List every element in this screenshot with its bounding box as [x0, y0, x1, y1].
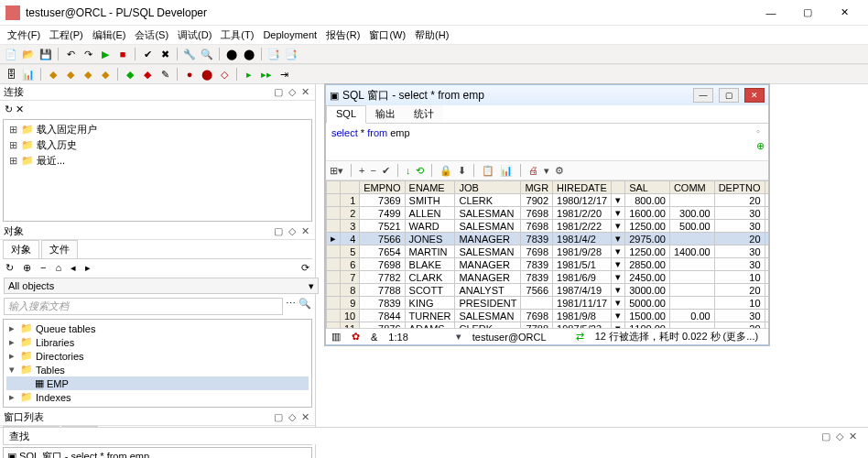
grid-cell[interactable]: 1981/2/20: [553, 207, 612, 220]
tool-icon[interactable]: 📑: [284, 47, 298, 61]
table-row[interactable]: 97839KINGPRESIDENT1981/11/17▾5000.0010: [327, 297, 769, 310]
chart-icon[interactable]: 📊: [500, 165, 513, 177]
dropdown-icon[interactable]: ▾: [544, 165, 549, 177]
grid-cell[interactable]: BLAKE: [405, 258, 455, 271]
grid-cell[interactable]: 1981/9/28: [553, 245, 612, 258]
panel-pin-icon[interactable]: ◇: [286, 225, 298, 237]
grid-cell[interactable]: 1981/11/17: [553, 297, 612, 310]
grid-cell[interactable]: 5000.00: [625, 297, 670, 310]
grid-cell[interactable]: 3000.00: [625, 284, 670, 297]
tool-icon[interactable]: ◆: [63, 67, 78, 82]
grid-cell[interactable]: [765, 220, 768, 233]
grid-header[interactable]: [341, 181, 360, 194]
grid-cell[interactable]: 7566: [521, 284, 553, 297]
grid-cell[interactable]: 7698: [521, 220, 553, 233]
grid-cell[interactable]: SCOTT: [405, 284, 455, 297]
grid-cell[interactable]: 0.00: [669, 310, 714, 322]
menu-item[interactable]: 会话(S): [131, 27, 172, 43]
search-icon[interactable]: 🔍: [298, 298, 311, 315]
child-close-button[interactable]: ✕: [744, 88, 765, 103]
stop-icon[interactable]: ■: [115, 47, 130, 61]
grid-header[interactable]: COMM: [669, 181, 714, 194]
grid-cell[interactable]: 300.00: [669, 207, 714, 220]
result-grid[interactable]: EMPNOENAMEJOBMGRHIREDATESALCOMMDEPTNO173…: [326, 180, 768, 328]
row-number[interactable]: 4: [341, 233, 360, 245]
grid-cell[interactable]: 7698: [521, 310, 553, 322]
grid-cell[interactable]: 2450.00: [625, 271, 670, 284]
tool-icon[interactable]: ▸: [242, 67, 256, 82]
objects-filter-select[interactable]: All objects ▾: [4, 278, 319, 294]
grid-cell[interactable]: 7839: [521, 233, 553, 245]
tree-twisty-icon[interactable]: ⊞: [7, 155, 18, 167]
panel-close-icon[interactable]: ✕: [299, 225, 311, 237]
grid-cell[interactable]: 1987/4/19: [553, 284, 612, 297]
grid-cell[interactable]: 1981/6/9: [553, 271, 612, 284]
grid-cell[interactable]: 2975.00: [625, 233, 670, 245]
grid-cell[interactable]: CLARK: [405, 271, 455, 284]
menu-item[interactable]: 帮助(H): [411, 27, 452, 43]
menu-item[interactable]: Deployment: [259, 28, 320, 41]
post-icon[interactable]: ✔: [382, 165, 390, 177]
grid-cell[interactable]: 7369: [360, 194, 405, 207]
grid-cell[interactable]: 30: [714, 258, 765, 271]
grid-cell[interactable]: [669, 297, 714, 310]
grid-cell[interactable]: 7788: [360, 284, 405, 297]
child-minimize-button[interactable]: —: [693, 88, 713, 103]
tree-twisty-icon[interactable]: ⊞: [7, 124, 18, 136]
tree-row[interactable]: ⊞📁载入历史: [7, 137, 308, 153]
grid-cell[interactable]: SALESMAN: [455, 220, 521, 233]
grid-cell[interactable]: 1981/2/22: [553, 220, 612, 233]
tool-icon[interactable]: ✎: [157, 67, 172, 82]
grid-cell[interactable]: MARTIN: [405, 245, 455, 258]
rollback-icon[interactable]: ✖: [157, 47, 172, 61]
grid-cell[interactable]: 2850.00: [625, 258, 670, 271]
grid-cell[interactable]: ▾: [612, 220, 625, 233]
grid-header[interactable]: [612, 181, 625, 194]
obj-toolbar-button[interactable]: ↻: [5, 262, 14, 274]
tree-twisty-icon[interactable]: ▸: [6, 391, 17, 403]
tool-icon[interactable]: ◆: [46, 67, 60, 82]
add-icon[interactable]: ⊕: [756, 140, 765, 152]
grid-cell[interactable]: [765, 271, 768, 284]
grid-cell[interactable]: ▾: [612, 245, 625, 258]
grid-header[interactable]: HIREDATE: [553, 181, 612, 194]
grid-cell[interactable]: CLERK: [455, 194, 521, 207]
undo-icon[interactable]: ↶: [63, 47, 78, 61]
tab-objects[interactable]: 对象: [3, 240, 39, 258]
tree-row[interactable]: ▸📁Queue tables: [6, 322, 309, 335]
tool-icon[interactable]: ▸▸: [259, 67, 274, 82]
tree-row[interactable]: ⊞📁载入固定用户: [7, 122, 308, 137]
tree-twisty-icon[interactable]: ▾: [6, 364, 17, 376]
child-maximize-button[interactable]: ▢: [719, 88, 739, 103]
table-row[interactable]: 27499ALLENSALESMAN76981981/2/20▾1600.003…: [327, 207, 769, 220]
grid-cell[interactable]: 7839: [521, 258, 553, 271]
grid-cell[interactable]: 7654: [360, 245, 405, 258]
panel-close-icon[interactable]: ✕: [299, 411, 311, 423]
grid-cell[interactable]: 20: [714, 284, 765, 297]
objects-tree[interactable]: ▸📁Queue tables▸📁Libraries▸📁Directories▾📁…: [3, 319, 312, 408]
grid-cell[interactable]: ▾: [612, 310, 625, 322]
row-number[interactable]: 6: [341, 258, 360, 271]
grid-cell[interactable]: 30: [714, 245, 765, 258]
obj-toolbar-button[interactable]: ▸: [85, 262, 91, 274]
grid-cell[interactable]: 10: [714, 297, 765, 310]
menu-item[interactable]: 工具(T): [217, 27, 257, 43]
export-icon[interactable]: 📋: [482, 165, 494, 177]
grid-cell[interactable]: ▾: [612, 297, 625, 310]
grid-header[interactable]: SAL: [625, 181, 670, 194]
grid-cell[interactable]: 1981/4/2: [553, 233, 612, 245]
grid-cell[interactable]: ▾: [612, 233, 625, 245]
panel-close-icon[interactable]: ✕: [847, 431, 859, 442]
grid-cell[interactable]: KING: [405, 297, 455, 310]
objects-tabs[interactable]: 对象 文件: [3, 240, 312, 259]
grid-cell[interactable]: [669, 258, 714, 271]
table-row[interactable]: ▸47566JONESMANAGER78391981/4/2▾2975.0020: [327, 233, 769, 245]
commit-icon[interactable]: ✔: [140, 47, 155, 61]
obj-toolbar-button[interactable]: ⊕: [23, 262, 31, 274]
table-row[interactable]: 17369SMITHCLERK79021980/12/17▾800.0020: [327, 194, 769, 207]
grid-cell[interactable]: [669, 194, 714, 207]
grid-cell[interactable]: MANAGER: [455, 271, 521, 284]
grid-cell[interactable]: ▾: [612, 258, 625, 271]
tab-stats[interactable]: 统计: [405, 105, 443, 123]
tree-twisty-icon[interactable]: ⊞: [7, 139, 18, 151]
